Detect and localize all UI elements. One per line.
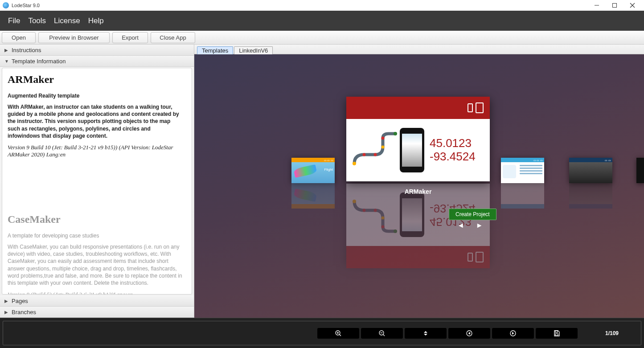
svg-point-14	[381, 137, 385, 140]
maximize-button[interactable]	[606, 0, 623, 11]
svg-point-11	[363, 153, 366, 156]
svg-line-19	[339, 334, 341, 336]
template-subtitle: Augmented Reality template	[8, 93, 184, 99]
phone-preview-icon	[400, 128, 424, 172]
chevron-down-icon: ▼	[4, 59, 9, 64]
page-counter: 1/109	[605, 330, 619, 336]
titlebar: LodeStar 9.0	[0, 0, 644, 11]
template-info-panel: ARMaker Augmented Reality template With …	[2, 68, 192, 295]
canvas-area: Templates LinkedInV6 ▭ ▭ ▭ Flight 45.012…	[194, 45, 644, 318]
template-title: CaseMaker	[8, 213, 184, 225]
template-card-selected[interactable]: 45.0123 -93.4524	[346, 97, 490, 181]
svg-point-4	[353, 200, 356, 203]
coord-lon: -93.4524	[430, 150, 476, 164]
selected-template-title: ARMaker	[346, 188, 490, 195]
accordion-pages[interactable]: ▶ Pages	[0, 295, 194, 307]
tab-linkedin[interactable]: LinkedInV6	[234, 46, 273, 54]
carousel-next-button[interactable]: ►	[476, 221, 483, 229]
zoom-out-button[interactable]	[361, 328, 403, 339]
carousel-prev-button[interactable]: ◄	[457, 221, 464, 229]
app-icon	[3, 2, 9, 8]
svg-rect-29	[555, 331, 558, 332]
bottombar: 1/109	[0, 318, 644, 348]
next-button[interactable]	[492, 328, 534, 339]
save-button[interactable]	[536, 328, 578, 339]
accordion-branches[interactable]: ▶ Branches	[0, 307, 194, 318]
tab-templates[interactable]: Templates	[197, 46, 233, 54]
create-project-button[interactable]: Create Project	[449, 209, 496, 220]
template-carousel: ▭ ▭ ▭ Flight 45.0123-93.4524	[194, 54, 644, 318]
template-thumb-more[interactable]	[636, 158, 644, 183]
prev-button[interactable]	[448, 328, 490, 339]
card-body: 45.0123 -93.4524	[346, 119, 490, 181]
toolbar: Open Preview in Browser Export Close App	[0, 31, 644, 45]
template-thumb-linkedin[interactable]: ▭ ▭	[569, 158, 612, 183]
svg-point-15	[394, 132, 397, 135]
minimize-button[interactable]	[588, 0, 606, 11]
svg-rect-30	[555, 334, 558, 336]
thumb-label: Flight	[324, 168, 333, 172]
svg-marker-28	[512, 332, 514, 335]
accordion-label: Instructions	[12, 47, 41, 53]
accordion-template-info[interactable]: ▼ Template Information	[0, 56, 194, 67]
chevron-right-icon: ▶	[4, 48, 9, 53]
svg-line-22	[383, 334, 385, 336]
sidebar: ▶ Instructions ▼ Template Information AR…	[0, 45, 194, 318]
template-thumb-flight[interactable]: ▭ ▭ ▭ Flight	[291, 158, 335, 183]
menu-tools[interactable]: Tools	[28, 16, 46, 25]
chevron-right-icon: ▶	[4, 299, 9, 303]
template-title: ARMaker	[8, 74, 184, 86]
menu-file[interactable]: File	[8, 16, 20, 25]
close-app-button[interactable]: Close App	[151, 32, 195, 43]
tablet-icon	[476, 102, 484, 113]
svg-point-13	[381, 146, 385, 149]
svg-point-12	[374, 153, 377, 156]
preview-button[interactable]: Preview in Browser	[38, 32, 110, 43]
svg-point-6	[374, 209, 377, 212]
template-version: Version 8 (Build 5) (Jet: Build 2-6-21 v…	[8, 291, 184, 294]
svg-point-5	[363, 209, 366, 212]
menu-help[interactable]: Help	[88, 16, 104, 25]
accordion-label: Pages	[12, 298, 28, 304]
coordinates: 45.0123 -93.4524	[430, 137, 476, 164]
svg-marker-24	[424, 334, 427, 336]
template-thumb-casemaker[interactable]: ▭ ▭ ▭	[501, 158, 544, 183]
menu-license[interactable]: License	[54, 16, 80, 25]
route-icon	[351, 130, 400, 170]
svg-marker-23	[424, 331, 427, 333]
workspace: ▶ Instructions ▼ Template Information AR…	[0, 45, 644, 318]
window-title: LodeStar 9.0	[12, 3, 588, 8]
open-button[interactable]: Open	[2, 32, 36, 43]
zoom-in-button[interactable]	[317, 328, 359, 339]
sort-button[interactable]	[405, 328, 447, 339]
card-header	[346, 97, 490, 119]
template-desc: With ARMaker, an instructor can take stu…	[8, 103, 184, 139]
template-desc: With CaseMaker, you can build responsive…	[8, 243, 184, 287]
export-button[interactable]: Export	[112, 32, 148, 43]
template-info-scroll[interactable]: ARMaker Augmented Reality template With …	[2, 68, 192, 294]
coord-lat: 45.0123	[430, 137, 476, 150]
template-version: Version 9 Build 10 (Jet: Build 3-21-21 v…	[8, 144, 184, 158]
accordion-label: Branches	[12, 309, 36, 315]
svg-point-8	[381, 225, 385, 229]
chevron-right-icon: ▶	[4, 310, 9, 315]
accordion-label: Template Information	[12, 58, 66, 65]
svg-point-10	[353, 162, 356, 165]
template-subtitle: A template for developing case studies	[8, 233, 184, 239]
menubar: File Tools License Help	[0, 11, 644, 31]
accordion-instructions[interactable]: ▶ Instructions	[0, 45, 194, 56]
svg-point-7	[381, 217, 385, 220]
svg-rect-1	[613, 4, 617, 8]
close-button[interactable]	[623, 0, 641, 11]
svg-point-9	[394, 229, 397, 233]
tabstrip: Templates LinkedInV6	[194, 45, 644, 54]
phone-icon	[468, 103, 473, 112]
svg-marker-26	[468, 332, 470, 335]
